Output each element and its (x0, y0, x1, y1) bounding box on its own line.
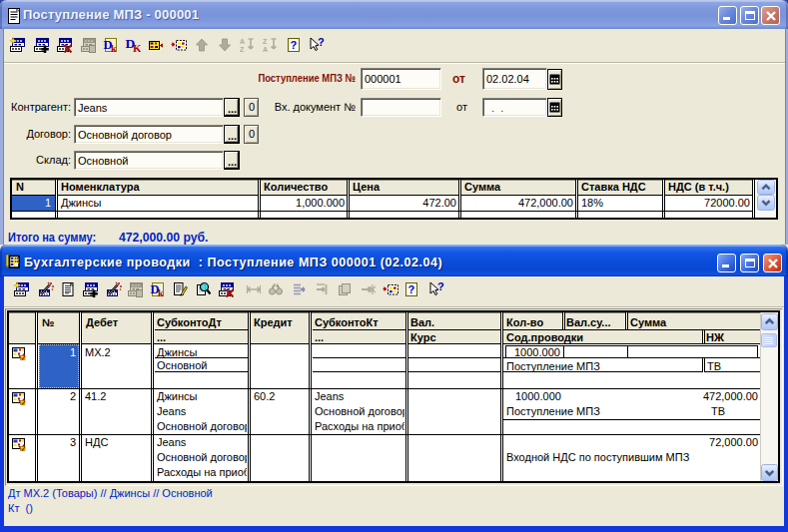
svg-text:Z: Z (240, 46, 245, 53)
svg-text:?: ? (318, 37, 325, 48)
svg-text:K: K (133, 42, 141, 54)
svg-text:k: k (111, 43, 117, 54)
svg-text:?: ? (437, 281, 444, 292)
svg-text:A: A (240, 38, 245, 45)
svg-text:A: A (263, 46, 268, 53)
svg-text:Z: Z (263, 38, 268, 45)
svg-text:N: N (274, 282, 278, 288)
svg-text:?: ? (408, 283, 415, 295)
svg-text:k: k (158, 287, 164, 298)
svg-text:?: ? (291, 39, 298, 51)
